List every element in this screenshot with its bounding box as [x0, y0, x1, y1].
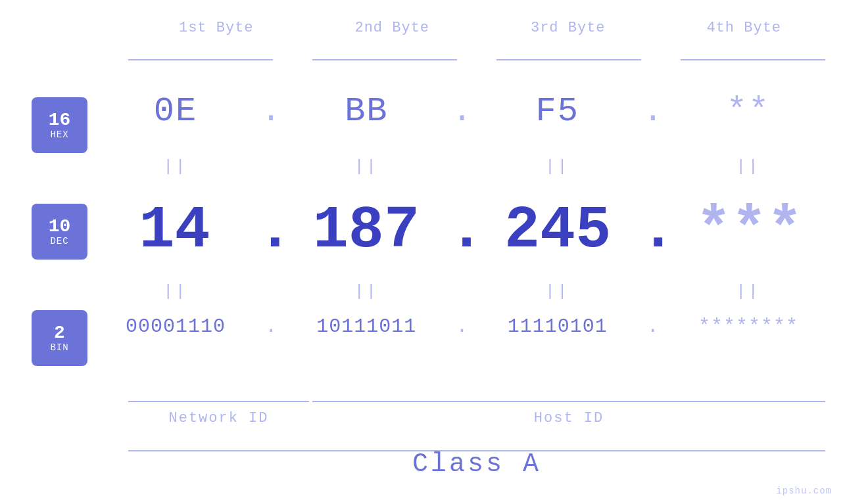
badge-hex-number: 16	[49, 111, 71, 129]
eq-row-1: || || || ||	[92, 158, 832, 175]
bracket-host-id	[312, 401, 825, 402]
row-hex: 0E . BB . F5 . **	[92, 92, 832, 131]
eq-2-2: ||	[283, 283, 450, 300]
badge-hex: 16 HEX	[32, 97, 87, 153]
bin-dot-3: .	[641, 315, 665, 338]
main-container: 16 HEX 10 DEC 2 BIN 1st Byte 2nd Byte 3r…	[0, 0, 845, 504]
eq-2-4: ||	[665, 283, 832, 300]
badge-dec-label: DEC	[50, 236, 68, 246]
hex-dot-3: .	[641, 92, 665, 131]
bracket-b1	[128, 59, 273, 60]
bin-val-4: ********	[665, 315, 832, 338]
hex-val-3: F5	[474, 92, 641, 131]
bin-val-2: 10111011	[283, 315, 450, 338]
badge-hex-label: HEX	[50, 129, 68, 140]
eq-1-2: ||	[283, 158, 450, 175]
dec-dot-2: .	[449, 197, 475, 264]
bin-dot-2: .	[450, 315, 473, 338]
dec-dot-3: .	[640, 197, 667, 264]
eq-1-4: ||	[665, 158, 832, 175]
bin-val-1: 00001110	[92, 315, 259, 338]
dec-val-3: 245	[475, 197, 640, 264]
eq-1-3: ||	[474, 158, 641, 175]
col-header-1: 1st Byte	[128, 20, 304, 36]
bracket-b4	[681, 59, 825, 60]
row-dec: 14 . 187 . 245 . ***	[92, 197, 832, 264]
eq-2-3: ||	[474, 283, 641, 300]
hex-val-1: 0E	[92, 92, 259, 131]
network-id-label: Network ID	[128, 410, 309, 426]
bracket-b3	[496, 59, 641, 60]
col-header-2: 2nd Byte	[304, 20, 481, 36]
hex-dot-1: .	[259, 92, 283, 131]
badge-bin-number: 2	[54, 324, 65, 342]
hex-dot-2: .	[450, 92, 473, 131]
badge-dec-number: 10	[49, 218, 71, 236]
badge-dec: 10 DEC	[32, 204, 87, 260]
eq-2-1: ||	[92, 283, 259, 300]
eq-row-2: || || || ||	[92, 283, 832, 300]
col-header-3: 3rd Byte	[480, 20, 656, 36]
bracket-network-id	[128, 401, 309, 402]
row-bin: 00001110 . 10111011 . 11110101 . *******…	[92, 315, 832, 338]
dec-val-2: 187	[283, 197, 448, 264]
badge-bin-label: BIN	[50, 342, 68, 353]
badge-bin: 2 BIN	[32, 310, 87, 366]
bracket-b2	[312, 59, 457, 60]
dec-val-1: 14	[92, 197, 257, 264]
eq-1-1: ||	[92, 158, 259, 175]
column-headers: 1st Byte 2nd Byte 3rd Byte 4th Byte	[128, 20, 832, 36]
bin-dot-1: .	[259, 315, 283, 338]
dec-val-4: ***	[667, 197, 832, 264]
hex-val-4: **	[665, 92, 832, 131]
host-id-label: Host ID	[312, 410, 825, 426]
col-header-4: 4th Byte	[656, 20, 833, 36]
dec-dot-1: .	[257, 197, 283, 264]
watermark: ipshu.com	[776, 486, 832, 496]
hex-val-2: BB	[283, 92, 450, 131]
bin-val-3: 11110101	[474, 315, 641, 338]
class-label: Class A	[128, 449, 825, 479]
